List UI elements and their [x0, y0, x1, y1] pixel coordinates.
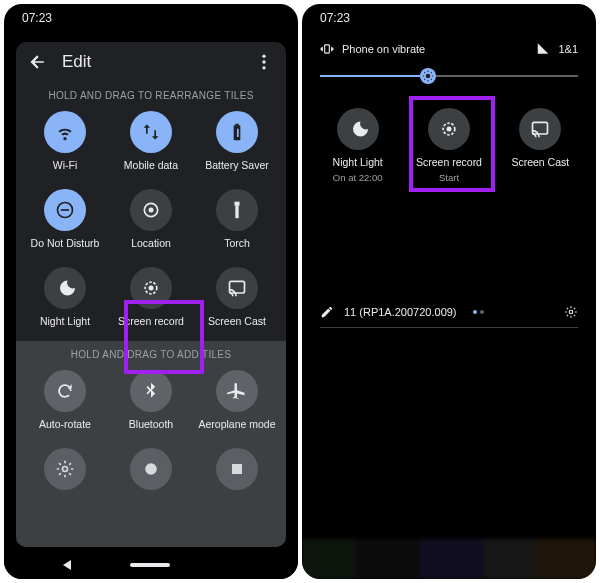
qs-tiles-row: Night Light On at 22:00 Screen record St… — [302, 102, 596, 207]
nav-home-pill[interactable] — [130, 563, 170, 567]
bluetooth-icon — [130, 370, 172, 412]
tile-auto-rotate[interactable]: Auto-rotate — [22, 370, 108, 430]
partial-icon — [130, 448, 172, 490]
tile-sublabel: On at 22:00 — [333, 172, 383, 183]
swap-icon — [130, 111, 172, 153]
brightness-slider[interactable] — [320, 64, 578, 88]
tile-partial[interactable] — [22, 448, 108, 470]
dnd-icon — [44, 189, 86, 231]
phone-left-edit-tiles: 07:23 Edit HOLD AND DRAG TO REARRANGE TI… — [4, 4, 298, 579]
tile-partial[interactable] — [108, 448, 194, 470]
status-bar: 07:23 — [4, 4, 298, 32]
tile-label: Battery Saver — [205, 159, 269, 171]
tile-label: Torch — [224, 237, 250, 249]
page-dot — [480, 310, 484, 314]
divider — [320, 327, 578, 328]
tile-bluetooth[interactable]: Bluetooth — [108, 370, 194, 430]
active-tiles-grid: Wi-Fi Mobile data Battery Saver Do Not D… — [16, 111, 286, 341]
tile-partial[interactable] — [194, 448, 280, 470]
battery-icon — [216, 111, 258, 153]
signal-text: 1&1 — [558, 43, 578, 55]
add-tiles-grid: Auto-rotate Bluetooth Aeroplane mode — [16, 370, 286, 474]
nav-back-icon[interactable] — [63, 560, 71, 570]
qs-tile-night-light[interactable]: Night Light On at 22:00 — [312, 108, 403, 183]
phone-right-quick-settings: 07:23 Phone on vibrate 1&1 Night Light O… — [302, 4, 596, 579]
settings-gear-icon[interactable] — [564, 305, 578, 319]
tile-label: Night Light — [40, 315, 90, 327]
status-time: 07:23 — [320, 11, 350, 25]
page-dot-active — [473, 310, 477, 314]
tile-sublabel: Start — [439, 172, 459, 183]
pencil-icon[interactable] — [320, 305, 334, 319]
page-indicator — [473, 310, 484, 314]
more-icon[interactable] — [254, 52, 274, 72]
tile-label: Bluetooth — [129, 418, 173, 430]
tile-torch[interactable]: Torch — [194, 189, 280, 249]
tile-mobile-data[interactable]: Mobile data — [108, 111, 194, 171]
tile-screen-record[interactable]: Screen record — [108, 267, 194, 327]
tile-label: Screen record — [416, 156, 482, 168]
tile-label: Location — [131, 237, 171, 249]
qs-edit-panel: Edit HOLD AND DRAG TO REARRANGE TILES Wi… — [16, 42, 286, 547]
tile-label: Do Not Disturb — [31, 237, 100, 249]
tile-label: Night Light — [333, 156, 383, 168]
build-text: 11 (RP1A.200720.009) — [344, 306, 457, 318]
signal-icon — [536, 42, 550, 56]
nav-bar — [4, 551, 298, 579]
partial-icon — [216, 448, 258, 490]
qs-tile-screen-record[interactable]: Screen record Start — [403, 108, 494, 183]
moon-icon — [337, 108, 379, 150]
record-icon — [428, 108, 470, 150]
cast-icon — [519, 108, 561, 150]
partial-icon — [44, 448, 86, 490]
tile-label: Wi-Fi — [53, 159, 78, 171]
tile-label: Screen Cast — [511, 156, 569, 168]
blurred-launcher-peek — [302, 539, 596, 579]
moon-icon — [44, 267, 86, 309]
vibrate-text: Phone on vibrate — [342, 43, 425, 55]
rotate-icon — [44, 370, 86, 412]
tile-dnd[interactable]: Do Not Disturb — [22, 189, 108, 249]
tile-label: Auto-rotate — [39, 418, 91, 430]
vibrate-icon — [320, 42, 334, 56]
tile-label: Screen record — [118, 315, 184, 327]
cast-icon — [216, 267, 258, 309]
brightness-fill — [320, 75, 428, 77]
tile-night-light[interactable]: Night Light — [22, 267, 108, 327]
tile-label: Mobile data — [124, 159, 178, 171]
tile-aeroplane[interactable]: Aeroplane mode — [194, 370, 280, 430]
status-time: 07:23 — [22, 11, 52, 25]
edit-title: Edit — [62, 52, 240, 72]
tile-label: Aeroplane mode — [198, 418, 275, 430]
wifi-icon — [44, 111, 86, 153]
rearrange-hint: HOLD AND DRAG TO REARRANGE TILES — [16, 82, 286, 111]
brightness-thumb-icon[interactable] — [420, 68, 436, 84]
record-icon — [130, 267, 172, 309]
tile-screen-cast[interactable]: Screen Cast — [194, 267, 280, 327]
plane-icon — [216, 370, 258, 412]
qs-status-row: Phone on vibrate 1&1 — [302, 32, 596, 62]
back-icon[interactable] — [28, 52, 48, 72]
tile-location[interactable]: Location — [108, 189, 194, 249]
add-tiles-section: HOLD AND DRAG TO ADD TILES Auto-rotate B… — [16, 341, 286, 547]
svg-point-15 — [145, 463, 157, 475]
build-row: 11 (RP1A.200720.009) — [302, 297, 596, 327]
torch-icon — [216, 189, 258, 231]
tile-battery-saver[interactable]: Battery Saver — [194, 111, 280, 171]
location-icon — [130, 189, 172, 231]
status-bar: 07:23 — [302, 4, 596, 32]
edit-header: Edit — [16, 42, 286, 82]
add-hint: HOLD AND DRAG TO ADD TILES — [16, 341, 286, 370]
tile-wifi[interactable]: Wi-Fi — [22, 111, 108, 171]
svg-rect-16 — [232, 464, 242, 474]
tile-label: Screen Cast — [208, 315, 266, 327]
qs-tile-screen-cast[interactable]: Screen Cast — [495, 108, 586, 183]
